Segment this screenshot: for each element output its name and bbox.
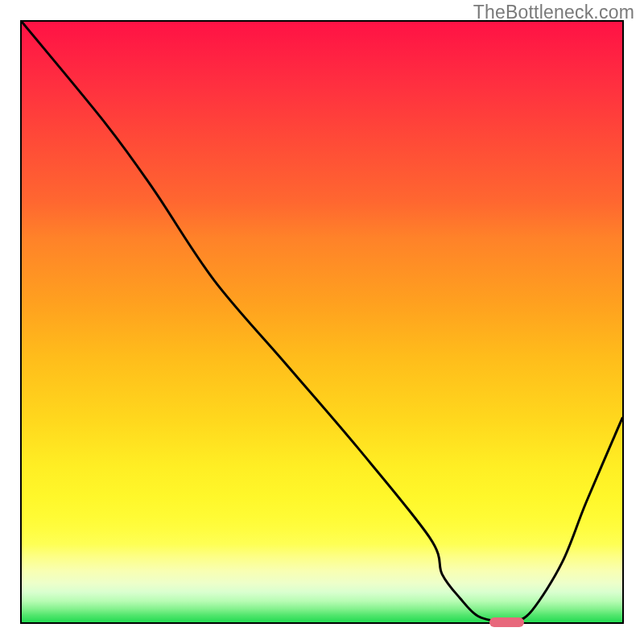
optimal-marker — [489, 617, 524, 627]
bottleneck-curve — [22, 22, 622, 622]
chart-container: TheBottleneck.com — [0, 0, 644, 644]
plot-area — [20, 20, 624, 624]
